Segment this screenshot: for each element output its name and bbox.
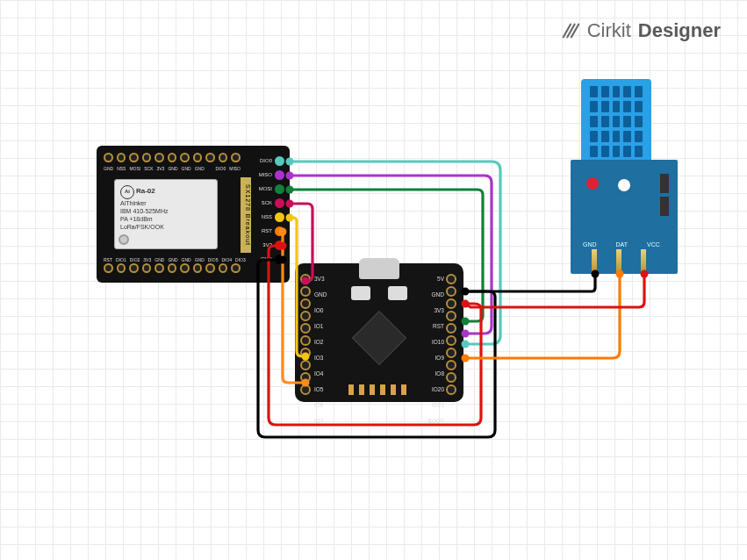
lora-model-label: Ra-02 (136, 187, 155, 195)
esp-pin-l3[interactable] (300, 311, 311, 321)
lora-side-label: SX1278 Breakout (241, 177, 251, 253)
lora-rf-shield: Ai Ra-02 AiThinker IBM 410-525MHz PA +18… (114, 179, 218, 249)
esp-antenna-icon (348, 384, 410, 395)
dht-mount-hole-icon (614, 176, 634, 195)
dht-resistor-icon (660, 174, 669, 193)
lora-pin-rst[interactable] (275, 226, 284, 236)
esp-left-pin-header (300, 274, 312, 395)
lora-mod-label: LoRa/FSK/OOK (120, 224, 164, 230)
lora-bottom-pin-labels: RSTDIO1 DIO23V3 GNDGND GNDGND DIO5DIO4 D… (104, 257, 241, 262)
esp-left-pin-labels: 3V3GND IO0IO1 IO2IO3 IO4IO5 IO6IO7 (314, 274, 337, 430)
esp-pin-r2[interactable] (446, 298, 456, 309)
dht-pin-dat[interactable] (616, 249, 621, 274)
lora-pin-gnd[interactable] (275, 255, 284, 264)
esp-pin-l5[interactable] (300, 335, 311, 346)
lora-top-pin-row (104, 151, 241, 167)
brand-name: Cirkit (587, 19, 631, 42)
esp-pin-l7[interactable] (300, 360, 311, 370)
ai-thinker-logo-icon: Ai (120, 185, 134, 199)
lora-breakout-header: DIO0 MISO MOSI SCK NSS RST 3V3 GND (253, 154, 284, 265)
lora-pin-nss[interactable] (275, 212, 284, 222)
dht-pin-header (592, 249, 646, 274)
lora-top-pin-labels: GNDNSS MOSISCK 3V3GND GNDGND DIO0 MISO (104, 166, 241, 171)
dht-pin-labels: GND DAT VCC (583, 241, 660, 248)
esp-pin-l9[interactable] (300, 384, 311, 395)
lora-pin-sck[interactable] (275, 198, 284, 208)
dht-resistor2-icon (660, 197, 669, 216)
lora-pa-label: PA +18dBm (120, 216, 153, 222)
brand-logo: Cirkit Designer (561, 19, 721, 42)
esp-right-pin-header (446, 274, 458, 395)
esp-pin-r6[interactable] (446, 348, 456, 358)
esp-reset-button[interactable] (388, 286, 407, 300)
esp-pin-l8[interactable] (300, 372, 311, 383)
component-esp32[interactable]: 3V3GND IO0IO1 IO2IO3 IO4IO5 IO6IO7 5VGND… (295, 263, 463, 402)
component-dht11[interactable]: GND DAT VCC (571, 79, 678, 274)
esp-pin-r0[interactable] (446, 274, 456, 284)
esp-pin-r3[interactable] (446, 311, 456, 321)
usb-c-connector-icon (359, 258, 399, 279)
esp-pin-r7[interactable] (446, 360, 456, 370)
esp-pin-l0[interactable] (300, 274, 311, 284)
brand-product: Designer (638, 19, 721, 42)
esp-pin-r8[interactable] (446, 372, 456, 383)
esp-pin-l6[interactable] (300, 348, 311, 358)
esp-pin-r5[interactable] (446, 335, 456, 346)
esp-pin-l2[interactable] (300, 298, 311, 309)
component-lora-ra02[interactable]: GNDNSS MOSISCK 3V3GND GNDGND DIO0 MISO R… (97, 146, 290, 283)
dht-pin-gnd[interactable] (592, 249, 597, 274)
esp-pin-r9[interactable] (446, 384, 456, 395)
esp-pin-l1[interactable] (300, 286, 311, 297)
esp-right-pin-labels: 5VGND 3V3RST IO10IO9 IO8IO20 IO21BOOT (421, 274, 444, 430)
dht-power-led-icon (586, 177, 599, 190)
lora-freq-label: IBM 410-525MHz (120, 208, 168, 214)
esp-mcu-chip-icon (352, 311, 406, 365)
lora-pin-dio0[interactable] (275, 156, 284, 166)
dht-pin-vcc[interactable] (641, 249, 646, 274)
lora-vendor-label: AiThinker (120, 200, 147, 206)
ufl-connector-icon (119, 234, 129, 245)
esp-pin-l4[interactable] (300, 323, 311, 334)
esp-pin-r1[interactable] (446, 286, 456, 297)
esp-boot-button[interactable] (351, 286, 370, 300)
lora-bottom-pin-row (104, 262, 241, 277)
lora-pin-mosi[interactable] (275, 184, 284, 194)
esp-pin-r4[interactable] (446, 323, 456, 334)
brand-icon (561, 21, 580, 40)
lora-pin-miso[interactable] (275, 170, 284, 180)
lora-pin-3v3[interactable] (275, 241, 284, 250)
